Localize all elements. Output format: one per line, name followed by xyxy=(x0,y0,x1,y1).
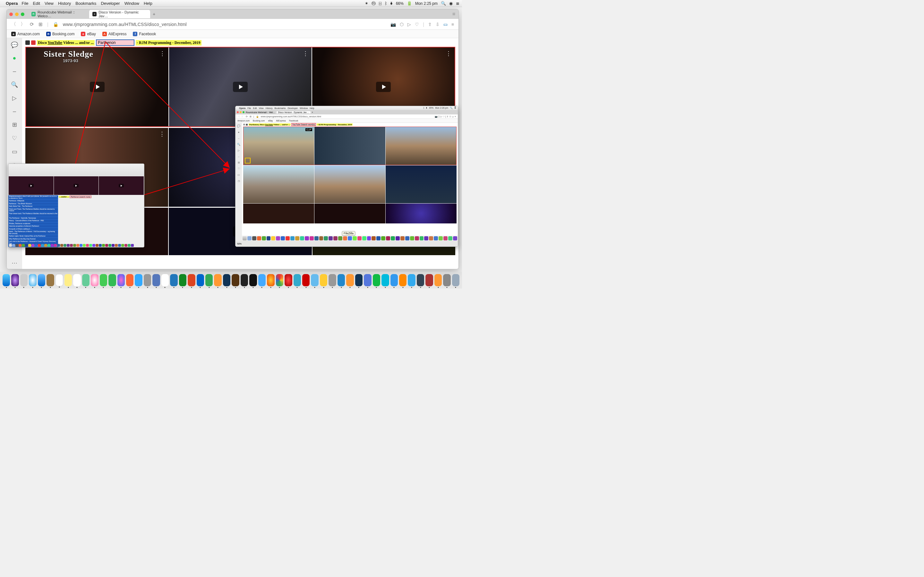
dock-launchpad[interactable] xyxy=(20,274,27,286)
new-tab-button[interactable]: + xyxy=(153,11,155,17)
dock-vscode[interactable] xyxy=(338,274,345,286)
search-input[interactable] xyxy=(96,39,134,46)
speed-dial-icon[interactable]: ⊞ xyxy=(39,21,43,27)
video-qi-parthenon[interactable]: THEY SAY OF THEACROPOLISWHERE THEPARTHEN… xyxy=(314,127,385,165)
zoom-button[interactable] xyxy=(21,13,24,16)
dock-powerpoint[interactable] xyxy=(188,274,195,286)
dock-photos[interactable] xyxy=(91,274,98,286)
video-sister-sledge-n[interactable] xyxy=(243,203,314,223)
list-item[interactable]: Parthenon. Wikipedia xyxy=(8,200,58,203)
video-menu-icon[interactable]: ⋮ xyxy=(302,50,309,57)
dock-appstore[interactable] xyxy=(135,274,142,286)
heart-icon[interactable]: ♡ xyxy=(415,22,419,27)
menu-icon[interactable]: ≡ xyxy=(451,22,454,27)
flow-icon[interactable]: ▷ xyxy=(12,95,17,102)
grid-icon[interactable] xyxy=(25,40,30,45)
list-item[interactable]: Why Parthenon the May Day Festival xyxy=(8,238,58,241)
list-item[interactable]: History · Cascade Effects of the Parthen… xyxy=(8,219,58,222)
video-menu-icon[interactable]: ⋮ xyxy=(446,50,451,57)
dock-sublime[interactable] xyxy=(346,274,354,286)
forward-button[interactable]: 〉 xyxy=(21,21,25,27)
video-sm-1[interactable] xyxy=(9,176,53,195)
video-disco-n2[interactable] xyxy=(314,203,385,223)
list-item[interactable]: The Parthenon · Nashville, Tennessee xyxy=(8,217,58,220)
dock-teams[interactable] xyxy=(152,274,160,286)
nested-search-input[interactable]: YouTube Search word(s) xyxy=(291,123,316,126)
dock-spotify[interactable] xyxy=(373,274,380,286)
calendar-icon[interactable] xyxy=(31,40,36,45)
url-text[interactable]: www.rjmprogramming.com.au/HTMLCSS/disco_… xyxy=(63,22,187,27)
dock-opera[interactable] xyxy=(284,274,292,286)
dock-calendar[interactable] xyxy=(55,274,63,286)
app-name[interactable]: Opera xyxy=(6,1,18,6)
play-icon[interactable] xyxy=(90,82,105,92)
battery-icon[interactable]: 🔋 xyxy=(407,1,412,6)
dock-photoshop[interactable] xyxy=(223,274,230,286)
tab-disco[interactable]: × Disco Version - Dynamic Jav… xyxy=(89,10,150,18)
tabs-menu-icon[interactable]: ≡ xyxy=(452,11,455,17)
dock-preferences[interactable] xyxy=(144,274,151,286)
list-item[interactable]: Parthenon · The British Museum xyxy=(8,203,58,205)
back-button[interactable]: 〈 xyxy=(11,21,16,27)
dock-itunes[interactable] xyxy=(118,274,125,286)
video-sm-3[interactable] xyxy=(99,176,144,195)
dock-mamp[interactable] xyxy=(328,274,336,286)
siri-icon[interactable]: ◉ xyxy=(449,1,453,6)
bookmark-amazon[interactable]: aAmazon.com xyxy=(11,32,40,36)
video-sm-2[interactable] xyxy=(54,176,99,195)
list-item[interactable]: Intensive properties of athena's Parthen… xyxy=(8,225,58,228)
camera-icon[interactable]: 📷 xyxy=(391,22,396,27)
more-icon[interactable]: ⋯ xyxy=(11,259,17,266)
send-icon[interactable]: ▷ xyxy=(407,22,411,27)
bookmark-booking[interactable]: BBooking.com xyxy=(46,32,74,36)
menu-view[interactable]: View xyxy=(45,1,53,6)
video-sister-sledge[interactable]: Sister Sledge 1973-93 ⋮ xyxy=(26,47,168,126)
dock-filezilla[interactable] xyxy=(302,274,310,286)
dock-ibooks[interactable] xyxy=(126,274,134,286)
bluetooth-icon[interactable]: ᛒ xyxy=(384,1,387,6)
list-item[interactable]: Acropolis of Athens walking in … xyxy=(8,228,58,231)
lock-icon[interactable]: 🔒 xyxy=(53,22,58,27)
dock-pages[interactable] xyxy=(214,274,221,286)
dock-preview[interactable] xyxy=(408,274,415,286)
video-vlogger[interactable]: ⋮ xyxy=(243,165,314,203)
airplay-icon[interactable]: ⌸ xyxy=(379,1,381,6)
shield-icon[interactable]: ⬡ xyxy=(400,22,404,27)
menu-file[interactable]: File xyxy=(22,1,29,6)
bookmark-ebay[interactable]: eeBay xyxy=(81,32,95,36)
video-disco-n3[interactable] xyxy=(386,203,457,223)
list-item[interactable]: Nathan Ligfon Strait | Optical Files at … xyxy=(8,235,58,238)
download-icon[interactable]: ⇩ xyxy=(436,22,439,27)
video-menu-icon[interactable]: ⋮ xyxy=(160,50,165,57)
video-parthenon-aerial[interactable]: ⋮ xyxy=(314,165,385,203)
bookmark-facebook[interactable]: fFacebook xyxy=(133,32,156,36)
dock-maps[interactable] xyxy=(82,274,89,286)
dock-terminal[interactable] xyxy=(249,274,257,286)
dock-activity[interactable] xyxy=(241,274,248,286)
dock-calculator[interactable] xyxy=(435,274,442,286)
dock-keynote[interactable] xyxy=(197,274,204,286)
search-icon[interactable]: 🔍 xyxy=(11,81,18,88)
list-item[interactable]: Hanin · The Parthenon of Athens · Full D… xyxy=(8,230,58,235)
dock-reminders[interactable] xyxy=(73,274,81,286)
messenger-icon[interactable]: 💬 xyxy=(11,41,18,48)
video-parthenon-night[interactable]: ⋮ xyxy=(386,165,457,203)
menu-edit[interactable]: Edit xyxy=(33,1,40,6)
tab-roundcube[interactable]: R Roundcube Webmail :: Welco… xyxy=(28,10,89,18)
dock-excel[interactable] xyxy=(179,274,186,286)
youtube-link[interactable]: YouTube xyxy=(48,40,63,45)
dock-edge[interactable] xyxy=(294,274,301,286)
dock-notes[interactable] xyxy=(65,274,72,286)
bookmark-aliexpress[interactable]: AAliExpress xyxy=(102,32,127,36)
dock-discord[interactable] xyxy=(364,274,371,286)
video-parthenon-natgeo[interactable]: CLIP xyxy=(244,127,314,165)
dock-quicktime[interactable] xyxy=(417,274,424,286)
dock-numbers[interactable] xyxy=(205,274,213,286)
dock-vlc[interactable] xyxy=(399,274,407,286)
menu-window[interactable]: Window xyxy=(124,1,139,6)
news-icon[interactable]: ▭ xyxy=(12,148,17,155)
list-item[interactable]: Kelly Marie Tran · The Parthenon xyxy=(8,205,58,208)
dock-illustrator[interactable] xyxy=(232,274,239,286)
dock-textwrangler[interactable] xyxy=(320,274,327,286)
dock-word[interactable] xyxy=(170,274,178,286)
